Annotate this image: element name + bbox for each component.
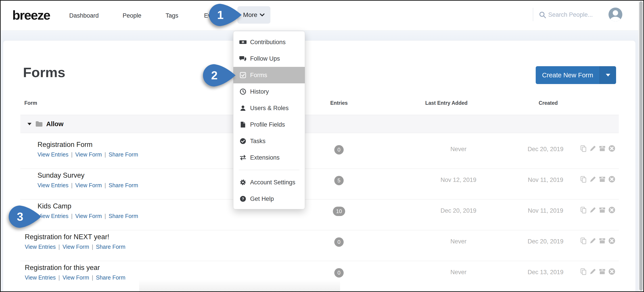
edit-icon[interactable] xyxy=(590,268,596,275)
menu-item-label: Follow Ups xyxy=(250,55,280,62)
edit-icon[interactable] xyxy=(590,207,596,213)
menu-item-label: Account Settings xyxy=(250,179,296,186)
form-name: Registration Form xyxy=(38,141,92,149)
view-form-link[interactable]: View Form xyxy=(75,213,102,219)
link-separator: | xyxy=(104,151,106,157)
form-name: Registration for this year xyxy=(25,264,100,272)
menu-item-label: History xyxy=(250,88,269,95)
chevron-down-icon xyxy=(260,13,264,17)
entries-badge: 0 xyxy=(334,237,344,247)
entries-badge: 0 xyxy=(334,145,344,154)
search-input[interactable] xyxy=(548,9,602,20)
menu-item-extensions[interactable]: Extensions xyxy=(233,149,305,166)
archive-icon[interactable] xyxy=(599,176,606,182)
delete-icon[interactable] xyxy=(608,268,616,275)
form-links: View Entries|View Form|Share Form xyxy=(38,213,138,219)
delete-icon[interactable] xyxy=(608,206,616,214)
menu-item-history[interactable]: History xyxy=(233,83,305,100)
create-form-dropdown-toggle[interactable] xyxy=(600,66,616,84)
copy-icon[interactable] xyxy=(580,268,587,275)
menu-item-get-help[interactable]: ? Get Help xyxy=(233,191,305,207)
last-entry-added-value: Never xyxy=(450,238,466,245)
created-value: Dec 13, 2019 xyxy=(528,269,564,276)
last-entry-added-value: Dec 20, 2019 xyxy=(440,207,476,214)
column-header-last-entry-added: Last Entry Added xyxy=(425,100,468,106)
last-entry-added-value: Never xyxy=(450,269,466,276)
share-form-link[interactable]: Share Form xyxy=(109,213,138,219)
view-form-link[interactable]: View Form xyxy=(62,274,89,281)
share-form-link[interactable]: Share Form xyxy=(109,182,138,188)
comments-icon xyxy=(239,55,247,62)
view-entries-link[interactable]: View Entries xyxy=(38,151,68,157)
edit-icon[interactable] xyxy=(590,145,596,152)
archive-icon[interactable] xyxy=(599,268,606,275)
folder-row-allow[interactable]: Allow xyxy=(20,115,619,133)
copy-icon[interactable] xyxy=(580,206,587,214)
link-separator: | xyxy=(71,151,73,157)
folder-icon xyxy=(36,121,43,127)
menu-item-label: Profile Fields xyxy=(250,121,285,128)
money-bill-icon: 1 xyxy=(239,39,247,45)
delete-icon[interactable] xyxy=(608,145,616,152)
column-header-form: Form xyxy=(24,100,37,106)
created-value: Dec 20, 2019 xyxy=(528,238,564,245)
edit-icon[interactable] xyxy=(590,237,596,244)
scrollbar-thumb[interactable] xyxy=(639,1,643,291)
archive-icon[interactable] xyxy=(599,237,606,244)
check-square-icon xyxy=(239,72,247,78)
delete-icon[interactable] xyxy=(608,237,616,244)
view-form-link[interactable]: View Form xyxy=(75,151,102,157)
delete-icon[interactable] xyxy=(608,176,616,183)
exchange-icon xyxy=(239,155,247,160)
archive-icon[interactable] xyxy=(599,145,606,152)
form-name: Registration for NEXT year! xyxy=(25,233,109,241)
archive-icon[interactable] xyxy=(599,207,606,213)
menu-item-forms[interactable]: Forms xyxy=(233,67,305,83)
form-links: View Entries|View Form|Share Form xyxy=(25,244,126,250)
last-entry-added-value: Never xyxy=(450,146,466,153)
view-form-link[interactable]: View Form xyxy=(62,244,89,250)
created-value: Nov 11, 2019 xyxy=(528,176,564,183)
caret-down-icon[interactable] xyxy=(28,123,32,125)
share-form-link[interactable]: Share Form xyxy=(109,151,138,157)
user-avatar-icon[interactable] xyxy=(608,7,622,21)
menu-item-follow-ups[interactable]: Follow Ups xyxy=(233,50,305,67)
entries-badge: 5 xyxy=(334,176,344,185)
top-nav-bar: breeze Dashboard People Tags Events More xyxy=(1,1,638,30)
edit-icon[interactable] xyxy=(590,176,596,182)
form-links: View Entries|View Form|Share Form xyxy=(25,274,126,281)
nav-item-tags[interactable]: Tags xyxy=(166,1,178,30)
gear-icon xyxy=(239,179,247,186)
menu-item-tasks[interactable]: Tasks xyxy=(233,133,305,149)
create-new-form-button[interactable]: Create New Form xyxy=(536,66,600,84)
entries-badge: 0 xyxy=(334,268,344,278)
row-actions xyxy=(580,268,616,275)
nav-item-events[interactable]: Events xyxy=(204,1,223,30)
link-separator: | xyxy=(71,182,73,188)
nav-item-dashboard[interactable]: Dashboard xyxy=(69,1,99,30)
menu-item-users-roles[interactable]: Users & Roles xyxy=(233,100,305,116)
table-row: Registration for NEXT year! View Entries… xyxy=(20,230,619,261)
row-actions xyxy=(580,145,616,152)
row-actions xyxy=(580,206,616,214)
view-entries-link[interactable]: View Entries xyxy=(25,274,56,281)
breeze-logo[interactable]: breeze xyxy=(12,7,50,22)
nav-item-more[interactable]: More xyxy=(237,6,270,24)
view-form-link[interactable]: View Form xyxy=(75,182,102,188)
copy-icon[interactable] xyxy=(580,176,587,183)
nav-item-people[interactable]: People xyxy=(122,1,141,30)
menu-item-profile-fields[interactable]: Profile Fields xyxy=(233,116,305,133)
view-entries-link[interactable]: View Entries xyxy=(38,213,68,219)
copy-icon[interactable] xyxy=(580,145,587,152)
link-separator: | xyxy=(58,244,60,250)
file-icon xyxy=(239,122,247,128)
menu-item-contributions[interactable]: 1 Contributions xyxy=(233,34,305,50)
view-entries-link[interactable]: View Entries xyxy=(38,182,68,188)
share-form-link[interactable]: Share Form xyxy=(96,244,126,250)
menu-item-account-settings[interactable]: Account Settings xyxy=(233,174,305,191)
search-divider xyxy=(533,8,533,21)
view-entries-link[interactable]: View Entries xyxy=(25,244,56,250)
last-entry-added-value: Nov 12, 2019 xyxy=(440,176,476,183)
copy-icon[interactable] xyxy=(580,237,587,244)
share-form-link[interactable]: Share Form xyxy=(96,274,126,281)
